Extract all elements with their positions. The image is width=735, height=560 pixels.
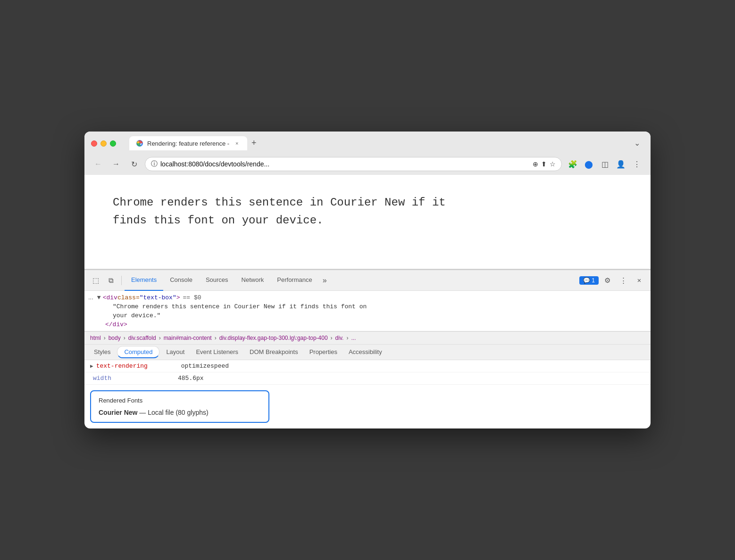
tab-overflow-button[interactable]: ⌄ [630, 137, 644, 149]
chrome-favicon-icon [136, 140, 143, 147]
sentence-line1: Chrome renders this sentence in Courier … [113, 196, 446, 209]
dom-row-2[interactable]: "Chrome renders this sentence in Courier… [84, 302, 651, 311]
reload-button[interactable]: ↻ [127, 157, 141, 171]
prop-name-width: width [93, 375, 178, 382]
panel-tab-dom-breakpoints[interactable]: DOM Breakpoints [244, 345, 304, 360]
tab-console[interactable]: Console [163, 270, 199, 291]
dom-ellipsis: ... [88, 294, 93, 301]
rendered-fonts-entry: Courier New — Local file (80 glyphs) [99, 409, 261, 416]
dom-attr-name: class= [117, 294, 140, 301]
panel-tab-accessibility[interactable]: Accessibility [343, 345, 388, 360]
rendered-fonts-title: Rendered Fonts [99, 397, 261, 404]
rendered-fonts-section: Rendered Fonts Courier New — Local file … [90, 390, 269, 423]
devtools-panel: ⬚ ⧉ Elements Console Sources Network Per… [84, 269, 651, 423]
notification-badge[interactable]: 💬 1 [579, 276, 599, 285]
panel-tab-styles[interactable]: Styles [88, 345, 116, 360]
dom-row-1[interactable]: ... ▼ <div class= "text-box" > == $0 [84, 293, 651, 302]
dom-equals: == $0 [183, 294, 201, 301]
device-mode-button[interactable]: ⧉ [103, 273, 118, 288]
computed-row-width[interactable]: width 485.6px [84, 372, 651, 385]
user-account-button[interactable]: 👤 [614, 157, 628, 171]
devtools-right-controls: 💬 1 ⚙ ⋮ × [579, 273, 647, 288]
tab-overflow-button[interactable]: » [319, 276, 331, 285]
tab-elements[interactable]: Elements [125, 270, 163, 291]
tab-title: Rendering: feature reference - [147, 140, 229, 147]
split-screen-button[interactable]: ◫ [598, 157, 612, 171]
prop-expand-arrow: ▶ [90, 363, 93, 369]
breadcrumb-item-more[interactable]: ... [349, 334, 358, 342]
prop-value-text-rendering: optimizespeed [181, 362, 229, 370]
devtools-more-button[interactable]: ⋮ [616, 273, 631, 288]
tab-network[interactable]: Network [235, 270, 271, 291]
title-bar-top: Rendering: feature reference - × + ⌄ [91, 136, 644, 150]
prop-value-width: 485.6px [178, 375, 204, 382]
page-text: Chrome renders this sentence in Courier … [113, 194, 622, 230]
url-bar[interactable]: ⓘ localhost:8080/docs/devtools/rende... … [145, 157, 562, 171]
dom-text-content-2: your device." [113, 312, 160, 319]
dom-panel: ... ▼ <div class= "text-box" > == $0 "Ch… [84, 291, 651, 331]
url-security-icon: ⓘ [151, 160, 158, 168]
sentence-line2: finds this font on your device. [113, 214, 323, 227]
breadcrumb-separator-3: › [159, 335, 161, 341]
close-window-button[interactable] [91, 140, 97, 147]
inspect-element-button[interactable]: ⬚ [88, 273, 103, 288]
panel-tab-layout[interactable]: Layout [160, 345, 190, 360]
profile-button[interactable]: ⬤ [582, 157, 596, 171]
dom-tag-close-bracket: > [176, 294, 180, 301]
tab-performance[interactable]: Performance [270, 270, 318, 291]
panel-tab-computed[interactable]: Computed [117, 346, 159, 358]
breadcrumb-separator-5: › [331, 335, 333, 341]
panel-tab-event-listeners[interactable]: Event Listeners [190, 345, 244, 360]
dom-text-content: "Chrome renders this sentence in Courier… [113, 303, 367, 310]
breadcrumb-separator-6: › [346, 335, 348, 341]
extensions-button[interactable]: 🧩 [566, 157, 580, 171]
page-content: Chrome renders this sentence in Courier … [84, 175, 651, 269]
devtools-settings-button[interactable]: ⚙ [600, 273, 615, 288]
breadcrumb-item-body[interactable]: body [107, 334, 123, 342]
dom-row-2b[interactable]: your device." [84, 311, 651, 320]
back-button[interactable]: ← [91, 157, 105, 171]
dom-open-tag: <div [103, 294, 117, 301]
breadcrumb-item-div[interactable]: div. [334, 334, 346, 342]
zoom-icon[interactable]: ⊕ [533, 160, 538, 168]
panel-tab-properties[interactable]: Properties [304, 345, 343, 360]
browser-window: Rendering: feature reference - × + ⌄ ← →… [84, 132, 651, 428]
maximize-window-button[interactable] [110, 140, 116, 147]
dom-row-3[interactable]: </div> [84, 320, 651, 329]
breadcrumb-item-div-flex[interactable]: div.display-flex.gap-top-300.lg\:gap-top… [217, 334, 330, 342]
breadcrumb-item-main[interactable]: main#main-content [162, 334, 214, 342]
dom-attr-value: "text-box" [140, 294, 176, 301]
bookmark-icon[interactable]: ☆ [550, 160, 556, 168]
title-bar: Rendering: feature reference - × + ⌄ [84, 132, 651, 154]
font-name: Courier New [99, 409, 137, 416]
devtools-close-button[interactable]: × [632, 273, 647, 288]
breadcrumb-separator-1: › [104, 335, 106, 341]
dom-close-tag: </div> [105, 321, 127, 328]
traffic-lights [91, 140, 116, 147]
active-tab[interactable]: Rendering: feature reference - × [129, 136, 247, 150]
address-bar: ← → ↻ ⓘ localhost:8080/docs/devtools/ren… [84, 154, 651, 175]
breadcrumb: html › body › div.scaffold › main#main-c… [84, 331, 651, 345]
breadcrumb-item-scaffold[interactable]: div.scaffold [126, 334, 158, 342]
new-tab-button[interactable]: + [247, 136, 260, 149]
minimize-window-button[interactable] [100, 140, 107, 147]
forward-button[interactable]: → [109, 157, 123, 171]
toolbar-divider [121, 276, 122, 285]
url-text: localhost:8080/docs/devtools/rende... [160, 160, 530, 168]
tabs-row: Rendering: feature reference - × + ⌄ [129, 136, 644, 150]
tab-sources[interactable]: Sources [199, 270, 235, 291]
breadcrumb-item-html[interactable]: html [88, 334, 103, 342]
panel-tabs: Styles Computed Layout Event Listeners D… [84, 345, 651, 360]
dom-expand-arrow: ▼ [97, 294, 101, 301]
devtools-toolbar: ⬚ ⧉ Elements Console Sources Network Per… [84, 270, 651, 291]
more-options-button[interactable]: ⋮ [630, 157, 644, 171]
tab-close-button[interactable]: × [233, 140, 241, 147]
font-detail: — Local file (80 glyphs) [139, 409, 208, 416]
computed-row-text-rendering[interactable]: ▶ text-rendering optimizespeed [84, 360, 651, 372]
breadcrumb-separator-4: › [215, 335, 217, 341]
breadcrumb-separator-2: › [124, 335, 125, 341]
share-icon[interactable]: ⬆ [541, 160, 547, 168]
prop-name-text-rendering: text-rendering [96, 362, 181, 370]
computed-panel: ▶ text-rendering optimizespeed width 485… [84, 360, 651, 423]
toolbar-icons: 🧩 ⬤ ◫ 👤 ⋮ [566, 157, 644, 171]
